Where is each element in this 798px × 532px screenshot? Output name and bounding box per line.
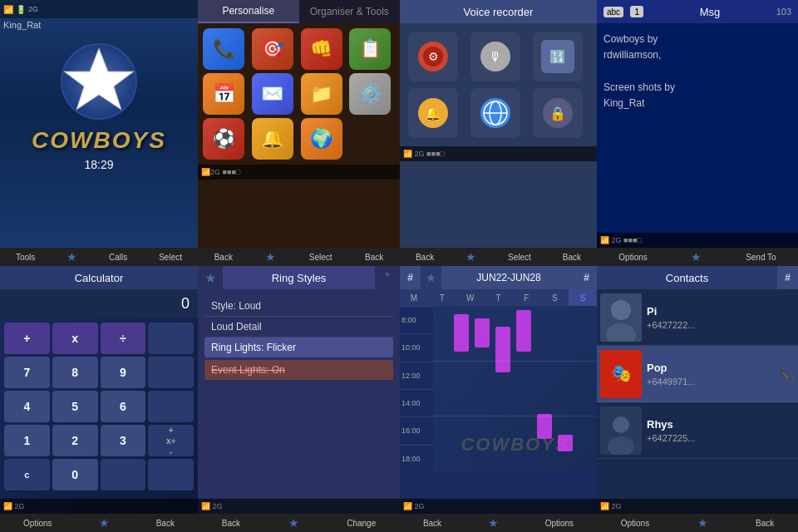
calc-9[interactable]: 9 [101,357,146,388]
ring-option-event[interactable]: Event Lights: On [204,360,393,380]
panel-ring: ★ Ring Styles * Style: Loud Loud Detail … [198,266,400,532]
app-settings[interactable]: ⚙️ [349,73,391,115]
calc-buttons: + x ÷ 7 8 9 4 5 6 1 2 3 + x÷ - c 0 [0,318,198,495]
voice-icon-mic[interactable]: 🎙 [470,32,520,81]
calc-times[interactable]: x [52,323,98,354]
calc-7[interactable]: 7 [4,357,50,388]
username: King_Rat [0,18,198,32]
app-phone[interactable]: 📞 [203,28,244,70]
softkey-options-5[interactable]: Options [23,519,52,528]
calc-plus[interactable]: + [4,323,50,354]
voice-icon-keypad[interactable]: 🔢 [533,32,583,81]
calc-8[interactable]: 8 [52,357,98,388]
app-clipboard[interactable]: 📋 [349,28,391,70]
softkey-change[interactable]: Change [347,519,376,528]
status-bar-3: 📶 2G ■■■□ [400,146,597,161]
softkey-options-8[interactable]: Options [621,519,649,528]
panel-personalise: Personalise Organiser & Tools 📞 🎯 👊 📋 📅 … [198,0,400,266]
app-target[interactable]: 🎯 [252,28,293,70]
softkey-back-2b[interactable]: Back [365,253,383,262]
avatar-pop: 🎭 [600,350,642,398]
calc-fn5[interactable] [148,459,194,490]
softkeys-3: Back ★ Select Back [400,248,597,266]
calc-header: Calculator [0,266,198,289]
ring-star2: * [375,266,400,289]
ring-title: Ring Styles [223,266,375,289]
softkey-back-2[interactable]: Back [214,253,233,262]
tab-personalise[interactable]: Personalise [198,0,299,23]
contacts-title: Contacts [597,266,777,289]
cal-day-t2: T [485,289,513,306]
cal-hash: # [400,266,421,289]
cal-star: ★ [421,266,441,289]
calc-1[interactable]: 1 [4,425,50,456]
softkey-back-5[interactable]: Back [156,519,175,528]
voice-icon-alarm[interactable]: 🔔 [408,88,458,138]
ring-option-detail[interactable]: Loud Detail [204,317,393,337]
calc-fn1[interactable] [148,323,194,354]
contact-pi[interactable]: Pi +6427222... [597,289,798,346]
calc-5[interactable]: 5 [52,391,98,422]
calc-fn2[interactable] [148,357,194,388]
calc-0[interactable]: 0 [52,459,98,490]
app-folder[interactable]: 📁 [301,73,342,115]
softkey-options-4[interactable]: Options [618,253,647,262]
app-mail[interactable]: ✉️ [252,73,293,115]
star-icon-8: ★ [697,516,708,530]
ring-star: ★ [198,266,223,289]
calc-3[interactable]: 3 [101,425,146,456]
msg-badge: 1 [630,6,643,17]
softkeys-8: Options ★ Back [597,514,798,532]
softkey-calls[interactable]: Calls [109,253,127,262]
ring-option-lights[interactable]: Ring Lights: Flicker [204,337,393,357]
voice-icon-globe[interactable] [470,88,520,138]
softkey-back-7[interactable]: Back [423,519,441,528]
voice-icon-lock[interactable]: 🔒 [533,88,583,138]
softkey-sendto[interactable]: Send To [746,253,776,262]
softkey-options-7[interactable]: Options [545,519,574,528]
cowboys-logo: COWBOYS 18:29 [0,40,198,171]
app-world[interactable]: 🌍 [301,118,342,160]
calc-divide[interactable]: ÷ [101,323,146,354]
softkey-tools[interactable]: Tools [16,253,35,262]
cowboys-text: COWBOYS [32,127,166,154]
contact-name-rhys: Rhys [647,418,790,431]
contact-name-pi: Pi [647,305,790,318]
calc-fn4[interactable] [101,459,146,490]
calc-c[interactable]: c [4,459,50,490]
softkey-select-2[interactable]: Select [309,253,332,262]
contact-pop[interactable]: 🎭 Pop +6449971... 📞 [597,346,798,402]
msg-count: 103 [776,7,791,17]
softkey-select-1[interactable]: Select [159,253,182,262]
softkey-back-3b[interactable]: Back [563,253,581,262]
cal-time-10: 10:00 [400,333,433,361]
app-bell[interactable]: 🔔 [252,118,293,160]
cal-day-s: S [540,289,569,306]
softkey-select-3[interactable]: Select [508,253,531,262]
msg-text-2: Screen shots byKing_Rat [603,80,791,111]
calc-fn3[interactable] [148,391,194,422]
calc-4[interactable]: 4 [4,391,50,422]
cal-times-col: 8:00 10:00 12:00 14:00 16:00 18:00 [400,306,433,472]
contact-number-pi: +6427222... [647,320,790,330]
ring-option-style[interactable]: Style: Loud [204,296,393,317]
calc-op-group: + x÷ - [148,425,194,456]
cal-time-14: 14:00 [400,389,433,416]
msg-abc-badge: abc [603,7,623,17]
softkey-back-6[interactable]: Back [222,519,240,528]
app-ball[interactable]: ⚽ [203,118,244,160]
softkey-back-3[interactable]: Back [416,253,434,262]
cal-day-s2: S [569,289,597,306]
voice-icon-settings[interactable]: ⚙ [408,32,458,81]
contact-rhys[interactable]: Rhys +6427225... [597,402,798,459]
app-game[interactable]: 👊 [301,28,342,70]
softkeys-5: Options ★ Back [0,514,198,532]
app-calendar[interactable]: 📅 [203,73,244,115]
cal-time-16: 16:00 [400,416,433,444]
calc-6[interactable]: 6 [101,391,146,422]
ring-header: ★ Ring Styles * [198,266,400,289]
calc-2[interactable]: 2 [52,425,98,456]
softkey-back-8[interactable]: Back [756,519,774,528]
tab-organiser[interactable]: Organiser & Tools [299,0,401,23]
svg-text:🎙: 🎙 [489,50,502,64]
